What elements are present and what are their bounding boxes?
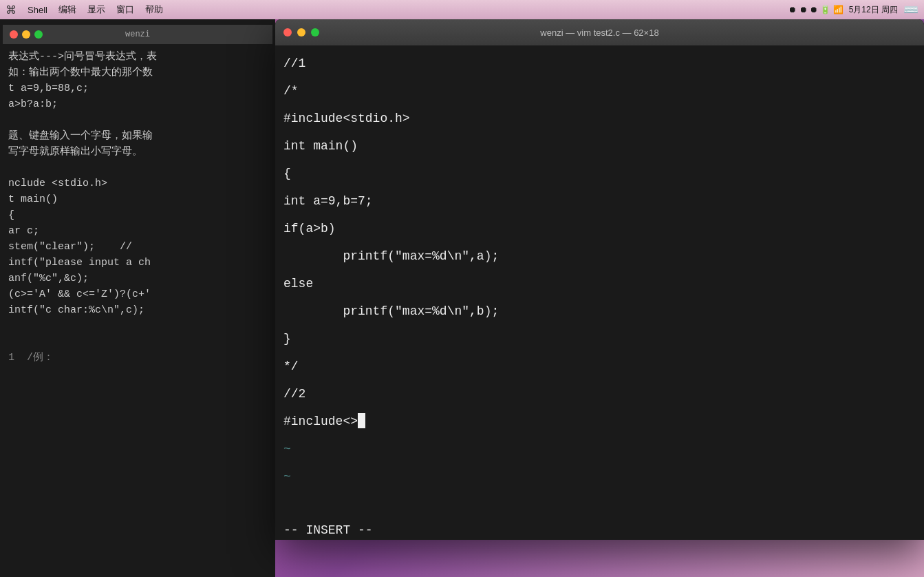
- bg-line-19: [8, 335, 267, 349]
- vim-window[interactable]: wenzi — vim test2.c — 62×18 //1 /* #incl…: [275, 19, 924, 540]
- vim-line-5: {: [283, 160, 916, 187]
- vim-line-10: printf("max=%d\n",b);: [283, 297, 916, 325]
- apple-menu[interactable]: ⌘: [6, 3, 17, 17]
- bg-terminal-content: 表达式--->问号冒号表达式，表 如：输出两个数中最大的那个数 t a=9,b=…: [3, 47, 272, 369]
- minimize-button[interactable]: [22, 30, 30, 39]
- vim-line-3: #include<stdio.h>: [283, 105, 916, 132]
- close-button[interactable]: [10, 30, 18, 39]
- vim-line-8: printf("max=%d\n",a);: [283, 242, 916, 270]
- bg-terminal-titlebar: wenzi: [3, 25, 272, 44]
- bg-line-20: 1 /例：: [8, 350, 267, 365]
- bg-line-10: t main(): [8, 192, 267, 207]
- vim-titlebar: wenzi — vim test2.c — 62×18: [275, 19, 924, 45]
- menubar: ⌘ Shell 编辑 显示 窗口 帮助 ⏺ ⏺ ⏺ 🔋 📶 5月12日 周四 ⌨…: [0, 0, 924, 19]
- bg-line-8: [8, 160, 267, 175]
- bg-line-1: 表达式--->问号冒号表达式，表: [8, 50, 267, 64]
- bg-line-9: nclude <stdio.h>: [8, 176, 267, 191]
- vim-tilde-2: ~: [283, 463, 916, 490]
- bg-line-12: ar c;: [8, 224, 267, 238]
- vim-line-1: //1: [283, 50, 916, 77]
- bg-line-5: [8, 113, 267, 127]
- bg-line-15: anf("%c",&c);: [8, 271, 267, 286]
- bg-terminal-window: wenzi 表达式--->问号冒号表达式，表 如：输出两个数中最大的那个数 t …: [0, 19, 275, 577]
- vim-line-9: else: [283, 270, 916, 297]
- bg-line-11: {: [8, 208, 267, 222]
- vim-line-12: */: [283, 353, 916, 380]
- bg-line-6: 题、键盘输入一个字母，如果输: [8, 129, 267, 143]
- vim-title: wenzi — vim test2.c — 62×18: [540, 28, 658, 38]
- vim-editor[interactable]: //1 /* #include<stdio.h> int main() { in…: [275, 45, 924, 521]
- menu-display[interactable]: 显示: [87, 3, 105, 16]
- vim-line-6: int a=9,b=7;: [283, 187, 916, 215]
- bg-line-4: a>b?a:b;: [8, 97, 267, 112]
- vim-line-2: /*: [283, 77, 916, 105]
- bg-line-17: intf("c char:%c\n",c);: [8, 303, 267, 317]
- vim-line-11: }: [283, 325, 916, 353]
- vim-line-4: int main(): [283, 132, 916, 160]
- bg-line-2: 如：输出两个数中最大的那个数: [8, 65, 267, 80]
- menu-edit[interactable]: 编辑: [58, 3, 76, 16]
- menubar-right: ⏺ ⏺ ⏺ 🔋 📶 5月12日 周四 ⌨️: [788, 0, 918, 19]
- vim-line-13: //2: [283, 380, 916, 408]
- vim-line-14: #include<>: [283, 408, 916, 435]
- menubar-terminal-icon: ⌨️: [903, 2, 918, 17]
- bg-line-7: 写字母就原样输出小写字母。: [8, 145, 267, 159]
- bg-line-13: stem("clear"); //: [8, 240, 267, 254]
- menu-shell[interactable]: Shell: [28, 5, 47, 15]
- vim-minimize-button[interactable]: [297, 28, 305, 36]
- vim-cursor: [358, 413, 365, 428]
- maximize-button[interactable]: [34, 30, 43, 39]
- vim-maximize-button[interactable]: [311, 28, 319, 36]
- bg-terminal-title: wenzi: [125, 30, 150, 39]
- bg-line-3: t a=9,b=88,c;: [8, 81, 267, 96]
- bg-line-18: [8, 319, 267, 333]
- menubar-date: 5月12日 周四: [849, 4, 898, 16]
- bg-line-16: (c>='A' && c<='Z')?(c+': [8, 287, 267, 302]
- menu-help[interactable]: 帮助: [145, 3, 163, 16]
- vim-tilde-1: ~: [283, 435, 916, 463]
- bg-line-14: intf("please input a ch: [8, 255, 267, 270]
- menubar-icons: ⏺ ⏺ ⏺ 🔋 📶: [788, 5, 843, 14]
- vim-mode-indicator: -- INSERT --: [283, 523, 373, 537]
- menu-window[interactable]: 窗口: [116, 3, 134, 16]
- desktop: wenzi 表达式--->问号冒号表达式，表 如：输出两个数中最大的那个数 t …: [0, 19, 924, 577]
- vim-close-button[interactable]: [283, 28, 292, 36]
- vim-line-7: if(a>b): [283, 215, 916, 242]
- vim-statusbar: -- INSERT --: [275, 521, 924, 540]
